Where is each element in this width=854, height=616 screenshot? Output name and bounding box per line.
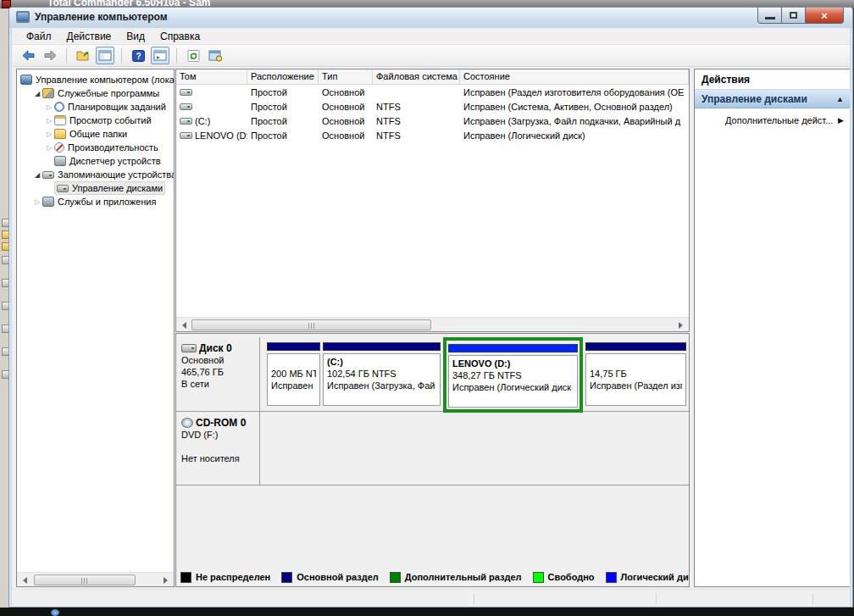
expander-expanded-icon[interactable]: ◢ xyxy=(32,90,42,97)
volume-icon xyxy=(180,89,192,96)
background-bottom-strip xyxy=(0,608,854,616)
tree-item-device-manager[interactable]: Диспетчер устройств xyxy=(17,154,174,168)
cdrom-name: CD-ROM 0 xyxy=(196,417,246,429)
minimize-button[interactable] xyxy=(757,8,782,24)
column-header-layout[interactable]: Расположение xyxy=(247,69,319,84)
legend-label: Не распределен xyxy=(196,572,270,582)
partition-oem[interactable]: 14,75 ГБ Исправен (Раздел изг xyxy=(585,342,686,406)
graphical-view-pane: Диск 0 Основной 465,76 ГБ В сети 200 МБ … xyxy=(175,333,690,587)
scroll-left-arrow[interactable] xyxy=(178,319,191,330)
disk-size: 465,76 ГБ xyxy=(181,366,256,378)
show-action-pane-button[interactable] xyxy=(151,47,169,64)
volume-name: LENOVO (D:) xyxy=(195,130,247,141)
column-header-volume[interactable]: Том xyxy=(176,69,247,84)
back-button[interactable] xyxy=(19,47,37,64)
tree-item-performance[interactable]: ▷ Производительность xyxy=(17,141,174,154)
window-controls: × xyxy=(757,8,844,24)
menu-file[interactable]: Файл xyxy=(19,29,59,44)
tree-item-services-applications[interactable]: ▷ Службы и приложения xyxy=(17,195,174,208)
menu-action[interactable]: Действие xyxy=(59,29,119,44)
volume-row[interactable]: Простой Основной Исправен (Раздел изгото… xyxy=(176,85,689,99)
tree-item-shared-folders[interactable]: ▷ Общие папки xyxy=(17,127,174,141)
arrow-right-icon xyxy=(164,577,168,584)
performance-icon xyxy=(54,142,64,153)
svg-text:?: ? xyxy=(136,51,141,60)
cdrom-row: CD-ROM 0 DVD (F:) Нет носителя xyxy=(176,412,689,486)
legend-item: Основной раздел xyxy=(281,572,379,583)
legend-swatch-extended xyxy=(390,572,401,583)
volume-fs: NTFS xyxy=(373,130,460,141)
close-button[interactable]: × xyxy=(806,8,844,24)
volume-row[interactable]: (C:) Простой Основной NTFS Исправен (Заг… xyxy=(176,114,689,128)
volume-icon xyxy=(180,103,192,110)
partition-status: Исправен (Логический диск xyxy=(452,381,574,393)
volume-layout: Простой xyxy=(247,87,319,97)
volume-layout: Простой xyxy=(247,130,319,141)
cdrom-label-box[interactable]: CD-ROM 0 DVD (F:) Нет носителя xyxy=(176,412,260,485)
help-button[interactable]: ? xyxy=(129,47,147,64)
column-header-status[interactable]: Состояние xyxy=(460,69,689,84)
collapse-arrow-icon[interactable]: ▲ xyxy=(836,95,844,103)
column-header-type[interactable]: Тип xyxy=(319,69,373,84)
volume-type: Основной xyxy=(319,87,373,97)
tree-item-computer-management[interactable]: Управление компьютером (лока xyxy=(17,73,174,86)
scrollbar-thumb[interactable] xyxy=(191,319,431,330)
expander-collapsed-icon[interactable]: ▷ xyxy=(44,130,54,138)
tree-item-label: Службы и приложения xyxy=(58,197,156,207)
scroll-left-arrow[interactable] xyxy=(19,574,31,585)
tree-item-event-viewer[interactable]: ▷ Просмотр событий xyxy=(17,114,174,127)
cdrom-drive-letter: DVD (F:) xyxy=(181,429,256,441)
show-console-tree-icon xyxy=(98,50,112,61)
disk0-label-box[interactable]: Диск 0 Основной 465,76 ГБ В сети xyxy=(176,337,260,411)
volume-row[interactable]: Простой Основной NTFS Исправен (Система,… xyxy=(176,99,689,114)
event-viewer-icon xyxy=(54,115,66,125)
system-tools-icon xyxy=(42,88,54,98)
legend-swatch-free xyxy=(533,572,544,583)
tree-item-task-scheduler[interactable]: ▷ Планировщик заданий xyxy=(17,100,174,114)
scroll-right-arrow[interactable] xyxy=(674,319,687,330)
disk-properties-button[interactable] xyxy=(206,47,225,64)
menu-help[interactable]: Справка xyxy=(152,29,208,44)
tree-item-storage[interactable]: ◢ Запоминающие устройства xyxy=(17,168,174,181)
show-console-tree-button[interactable] xyxy=(96,47,114,64)
expander-collapsed-icon[interactable]: ▷ xyxy=(44,144,54,152)
legend-swatch-unallocated xyxy=(180,572,191,583)
statusbar-divider xyxy=(656,593,657,604)
more-actions-item[interactable]: Дополнительные дейст... ▶ xyxy=(695,108,850,125)
device-manager-icon xyxy=(54,156,66,166)
legend-item: Не распределен xyxy=(180,572,270,583)
arrow-right-icon xyxy=(679,322,683,329)
partition-c[interactable]: (C:) 102,54 ГБ NTFS Исправен (Загрузка, … xyxy=(323,342,441,406)
volume-row[interactable]: LENOVO (D:) Простой Основной NTFS Исправ… xyxy=(176,128,689,142)
volume-name: (C:) xyxy=(195,116,210,126)
table-horizontal-scrollbar[interactable] xyxy=(176,317,689,331)
partition-system-reserved[interactable]: 200 МБ NT Исправен xyxy=(267,342,320,406)
tree-item-label: Запоминающие устройства xyxy=(58,169,174,180)
legend-label: Свободно xyxy=(548,572,595,582)
legend-item: Свободно xyxy=(533,572,595,583)
restore-button[interactable] xyxy=(782,8,806,24)
actions-section-header[interactable]: Управление дисками ▲ xyxy=(695,90,850,108)
tree-horizontal-scrollbar[interactable] xyxy=(17,572,174,586)
partition-lenovo-d[interactable]: LENOVO (D:) 348,27 ГБ NTFS Исправен (Лог… xyxy=(443,337,583,413)
expander-collapsed-icon[interactable]: ▷ xyxy=(44,117,54,125)
column-header-filesystem[interactable]: Файловая система xyxy=(373,69,460,84)
forward-button[interactable] xyxy=(41,47,59,64)
tree-item-label: Планировщик заданий xyxy=(68,102,166,112)
scroll-right-arrow[interactable] xyxy=(159,574,172,585)
legend-label: Основной раздел xyxy=(297,572,379,582)
expander-collapsed-icon[interactable]: ▷ xyxy=(32,198,42,206)
tree-item-disk-management[interactable]: Управление дисками xyxy=(17,181,174,195)
volume-status: Исправен (Система, Активен, Основной раз… xyxy=(460,102,689,112)
tree-item-system-tools[interactable]: ◢ Служебные программы xyxy=(17,86,174,100)
scrollbar-thumb[interactable] xyxy=(34,574,136,585)
export-list-button[interactable] xyxy=(74,47,92,64)
menu-view[interactable]: Вид xyxy=(119,29,152,44)
expander-expanded-icon[interactable]: ◢ xyxy=(32,171,42,179)
volume-type: Основной xyxy=(319,116,373,126)
refresh-button[interactable] xyxy=(184,47,202,64)
more-actions-label: Дополнительные дейст... xyxy=(725,115,833,125)
expander-collapsed-icon[interactable]: ▷ xyxy=(44,103,54,111)
titlebar[interactable]: Управление компьютером × xyxy=(9,8,852,28)
volume-fs: NTFS xyxy=(373,102,460,112)
